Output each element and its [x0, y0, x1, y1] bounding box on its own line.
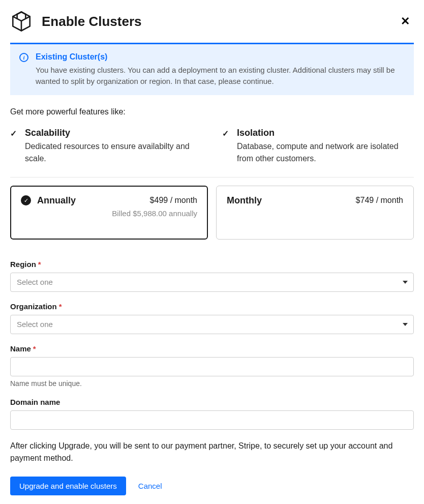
radio-selected-icon: ✓	[21, 195, 31, 205]
plan-price: $499 / month	[150, 196, 197, 205]
region-label: Region*	[10, 260, 414, 269]
info-banner-text: You have existing clusters. You can add …	[36, 65, 405, 87]
feature-scalability: ✓ Scalability Dedicated resources to ens…	[10, 128, 202, 165]
field-organization: Organization* Select one	[10, 302, 414, 334]
divider	[10, 177, 414, 177]
required-indicator: *	[33, 344, 36, 353]
info-icon: i	[19, 53, 28, 62]
plan-subtext: Billed $5,988.00 annually	[21, 209, 197, 218]
organization-label: Organization*	[10, 302, 414, 311]
cancel-button[interactable]: Cancel	[138, 482, 162, 490]
name-help-text: Name must be unique.	[10, 379, 414, 388]
plan-price: $749 / month	[356, 196, 403, 205]
check-icon: ✓	[222, 129, 229, 165]
name-input[interactable]	[10, 357, 414, 376]
info-banner: i Existing Cluster(s) You have existing …	[10, 43, 414, 95]
close-icon: ✕	[401, 15, 410, 27]
plan-name: Monthly	[227, 195, 262, 206]
feature-list: ✓ Scalability Dedicated resources to ens…	[10, 128, 414, 165]
plan-name: Annually	[37, 195, 76, 206]
feature-title: Isolation	[237, 128, 414, 138]
required-indicator: *	[38, 260, 41, 269]
dialog-actions: Upgrade and enable clusters Cancel	[10, 477, 414, 495]
logo-icon	[10, 10, 33, 33]
feature-desc: Database, compute and network are isolat…	[237, 140, 414, 165]
dialog-title: Enable Clusters	[42, 14, 142, 29]
billing-plans: ✓ Annually $499 / month Billed $5,988.00…	[10, 186, 414, 240]
check-icon: ✓	[10, 129, 17, 165]
domain-label: Domain name	[10, 398, 414, 406]
upgrade-button[interactable]: Upgrade and enable clusters	[10, 477, 126, 495]
required-indicator: *	[59, 302, 62, 311]
label-text: Name	[10, 344, 31, 353]
domain-input[interactable]	[10, 410, 414, 430]
info-content: Existing Cluster(s) You have existing cl…	[36, 52, 405, 87]
payment-note: After clicking Upgrade, you will be sent…	[10, 440, 414, 464]
plan-annually[interactable]: ✓ Annually $499 / month Billed $5,988.00…	[10, 186, 208, 240]
close-button[interactable]: ✕	[397, 14, 414, 29]
field-region: Region* Select one	[10, 260, 414, 292]
field-name: Name* Name must be unique.	[10, 344, 414, 388]
name-label: Name*	[10, 344, 414, 353]
plan-monthly[interactable]: Monthly $749 / month	[216, 186, 414, 240]
field-domain: Domain name	[10, 398, 414, 430]
label-text: Region	[10, 260, 36, 269]
dialog-header: Enable Clusters ✕	[10, 10, 414, 33]
label-text: Organization	[10, 302, 57, 311]
feature-title: Scalability	[25, 128, 202, 138]
info-banner-title: Existing Cluster(s)	[36, 52, 405, 62]
feature-desc: Dedicated resources to ensure availabilt…	[25, 140, 202, 165]
region-select[interactable]: Select one	[10, 273, 414, 292]
header-left: Enable Clusters	[10, 10, 142, 33]
intro-text: Get more powerful features like:	[10, 107, 414, 116]
feature-isolation: ✓ Isolation Database, compute and networ…	[222, 128, 414, 165]
organization-select[interactable]: Select one	[10, 315, 414, 334]
